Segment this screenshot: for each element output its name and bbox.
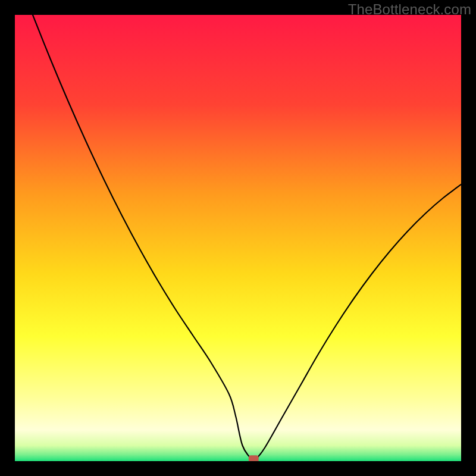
optimal-point-marker: [249, 455, 259, 461]
gradient-background: [15, 15, 461, 461]
bottleneck-chart: [15, 15, 461, 461]
plot-area: [15, 15, 461, 461]
chart-frame: TheBottleneck.com: [0, 0, 476, 476]
